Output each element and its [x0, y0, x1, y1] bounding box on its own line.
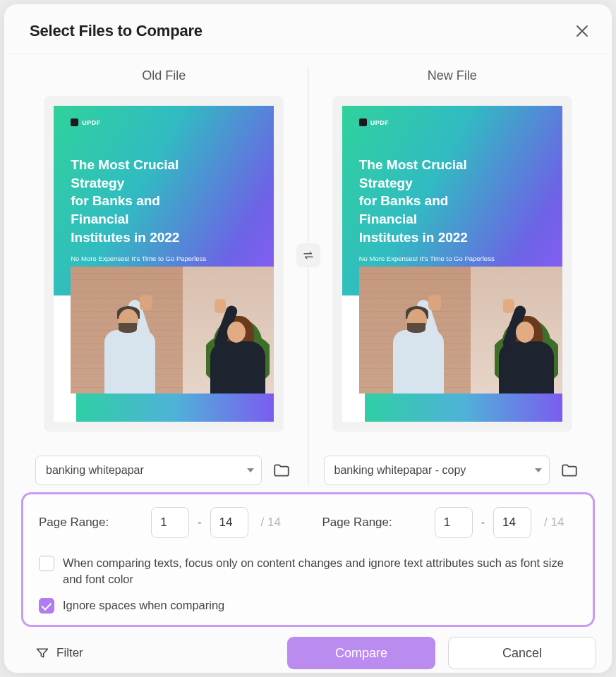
cancel-button[interactable]: Cancel [448, 637, 596, 669]
ignore-attributes-label: When comparing texts, focus only on cont… [63, 555, 577, 587]
range-dash: - [478, 516, 488, 529]
new-file-browse-button[interactable] [558, 459, 581, 482]
new-file-name: banking whitepapar - copy [334, 464, 466, 477]
pane-divider [308, 67, 308, 485]
new-range-from-input[interactable] [435, 507, 473, 538]
new-file-doc-preview: UPDF The Most Crucial Strategy for Banks… [342, 106, 562, 422]
ignore-spaces-checkbox[interactable] [39, 598, 54, 614]
dialog-header: Select Files to Compare [4, 4, 612, 54]
compare-row: Old File UPDF The Most Crucial Strategy … [20, 67, 596, 485]
doc-cover-photo [359, 267, 562, 393]
ignore-spaces-label: Ignore spaces when comparing [63, 597, 224, 614]
new-file-pane: New File UPDF The Most Crucial Strategy … [308, 67, 597, 485]
ignore-spaces-option: Ignore spaces when comparing [39, 597, 577, 614]
swap-button[interactable] [296, 243, 320, 267]
doc-subtitle: No More Expenses! It's Time to Go Paperl… [71, 255, 274, 262]
old-file-thumbnail[interactable]: UPDF The Most Crucial Strategy for Banks… [44, 96, 284, 432]
old-file-selector-row: banking whitepapar [35, 456, 293, 485]
filter-button[interactable]: Filter [20, 646, 83, 660]
compare-dialog: Select Files to Compare Old File UPDF T [4, 4, 612, 673]
old-file-dropdown[interactable]: banking whitepapar [35, 456, 262, 485]
page-range-row: Page Range: - / 14 Page Range: - / 14 [39, 507, 577, 538]
ignore-attributes-option: When comparing texts, focus only on cont… [39, 555, 577, 587]
old-range-to-input[interactable] [210, 507, 248, 538]
chevron-down-icon [535, 468, 542, 472]
old-range-total: / 14 [261, 516, 281, 530]
old-range-from-input[interactable] [151, 507, 189, 538]
doc-title: The Most Crucial Strategy for Banks and … [71, 156, 219, 246]
new-range-to-input[interactable] [493, 507, 531, 538]
old-page-range: Page Range: - / 14 [39, 507, 294, 538]
compare-button[interactable]: Compare [287, 637, 435, 669]
folder-icon [560, 461, 579, 480]
new-file-heading: New File [428, 68, 477, 83]
folder-icon [272, 461, 291, 480]
new-file-selector-row: banking whitepapar - copy [324, 456, 581, 485]
swap-icon [302, 249, 315, 262]
new-range-total: / 14 [544, 516, 564, 530]
doc-title: The Most Crucial Strategy for Banks and … [359, 156, 507, 246]
options-box: Page Range: - / 14 Page Range: - / 14 Wh… [21, 492, 595, 627]
doc-logo-text: UPDF [370, 119, 389, 126]
old-file-name: banking whitepapar [46, 464, 144, 477]
close-button[interactable] [572, 21, 592, 41]
dialog-body: Old File UPDF The Most Crucial Strategy … [4, 54, 612, 627]
new-page-range: Page Range: - / 14 [294, 507, 578, 538]
page-range-label: Page Range: [39, 516, 109, 530]
dialog-title: Select Files to Compare [30, 22, 203, 40]
doc-cover-photo [71, 267, 274, 393]
dialog-footer: Filter Compare Cancel [4, 627, 612, 677]
doc-subtitle: No More Expenses! It's Time to Go Paperl… [359, 255, 562, 262]
doc-logo: UPDF [71, 118, 274, 126]
old-file-browse-button[interactable] [270, 459, 293, 482]
page-range-label: Page Range: [322, 516, 392, 530]
new-file-dropdown[interactable]: banking whitepapar - copy [324, 456, 550, 485]
doc-logo: UPDF [359, 118, 562, 126]
old-file-heading: Old File [142, 68, 186, 83]
new-file-thumbnail[interactable]: UPDF The Most Crucial Strategy for Banks… [332, 96, 572, 432]
filter-label: Filter [56, 646, 83, 660]
filter-icon [35, 646, 49, 660]
range-dash: - [195, 516, 204, 529]
close-icon [576, 25, 588, 37]
ignore-attributes-checkbox[interactable] [39, 556, 54, 571]
chevron-down-icon [247, 468, 254, 472]
old-file-doc-preview: UPDF The Most Crucial Strategy for Banks… [54, 106, 274, 422]
old-file-pane: Old File UPDF The Most Crucial Strategy … [20, 67, 308, 485]
doc-logo-text: UPDF [82, 119, 101, 126]
